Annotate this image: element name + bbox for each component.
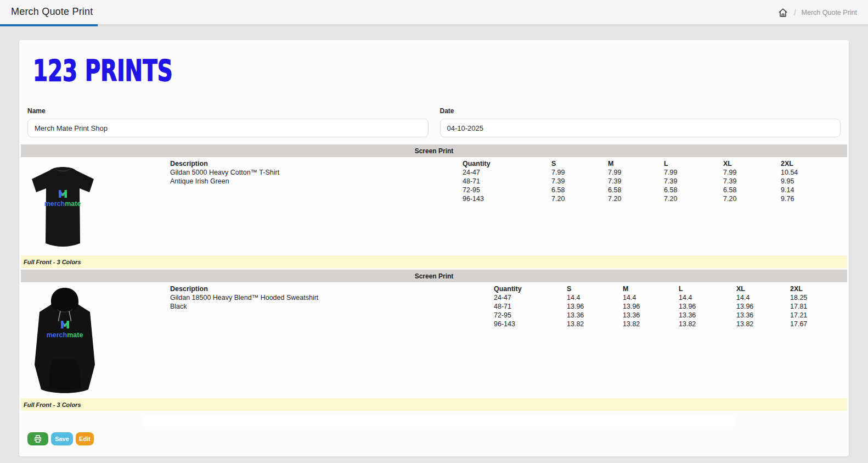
cell-quantity: 24-47 bbox=[463, 169, 551, 177]
col-header-m: M bbox=[608, 160, 664, 169]
table-row: Antique Irish Green 48-71 7.39 7.39 7.39… bbox=[170, 177, 847, 186]
product-image-hoodie: merchmate bbox=[21, 282, 170, 398]
quote-form: Name Date bbox=[27, 107, 841, 137]
cell-2xl: 10.54 bbox=[781, 169, 847, 177]
cell-m: 13.96 bbox=[623, 303, 679, 311]
col-header-l: L bbox=[664, 160, 723, 169]
header-divider bbox=[0, 24, 868, 26]
quote-section-hoodie: Screen Print merchmate bbox=[21, 270, 847, 411]
cell-quantity: 96-143 bbox=[463, 195, 551, 204]
cell-l: 14.4 bbox=[679, 294, 736, 303]
col-header-quantity: Quantity bbox=[463, 160, 551, 169]
quote-sections: Screen Print merchmate bbox=[21, 144, 847, 411]
table-row: 96-143 7.20 7.20 7.20 7.20 9.76 bbox=[170, 195, 847, 204]
cell-m: 7.99 bbox=[608, 169, 664, 177]
cell-xl: 6.58 bbox=[723, 186, 781, 195]
cell-xl: 13.82 bbox=[736, 320, 790, 329]
col-header-xl: XL bbox=[736, 285, 790, 294]
cell-2xl: 9.14 bbox=[781, 186, 847, 195]
product-image-tshirt: merchmate bbox=[21, 157, 170, 255]
cell-l: 6.58 bbox=[664, 186, 723, 195]
cell-m: 6.58 bbox=[608, 186, 664, 195]
cell-quantity: 96-143 bbox=[494, 320, 567, 329]
print-location-bar: Full Front - 3 Colors bbox=[21, 398, 847, 411]
cell-l: 7.39 bbox=[664, 177, 723, 186]
cell-quantity: 48-71 bbox=[463, 177, 551, 186]
cell-s: 7.39 bbox=[551, 177, 608, 186]
col-header-quantity: Quantity bbox=[494, 285, 567, 294]
print-location-bar: Full Front - 3 Colors bbox=[21, 255, 847, 268]
pricing-table-hoodie: Description Quantity S M L XL 2XL Gildan… bbox=[170, 285, 847, 329]
top-header-bar: Merch Quote Print / Merch Quote Print bbox=[0, 0, 868, 26]
cell-description: Gildan 5000 Heavy Cotton™ T-Shirt bbox=[170, 169, 463, 177]
empty-row-strip bbox=[143, 416, 735, 427]
breadcrumb-current: Merch Quote Print bbox=[802, 9, 857, 16]
cell-l: 13.36 bbox=[679, 311, 736, 320]
col-header-l: L bbox=[679, 285, 736, 294]
cell-description bbox=[170, 311, 494, 320]
table-row: 72-95 13.36 13.36 13.36 13.36 17.21 bbox=[170, 311, 847, 320]
cell-s: 6.58 bbox=[551, 186, 608, 195]
shirt-brand-text: merchmate bbox=[47, 331, 83, 339]
cell-quantity: 72-95 bbox=[494, 311, 567, 320]
save-button[interactable]: Save bbox=[51, 432, 73, 445]
cell-s: 13.36 bbox=[567, 311, 623, 320]
breadcrumb: / Merch Quote Print bbox=[777, 5, 857, 20]
col-header-2xl: 2XL bbox=[781, 160, 847, 169]
cell-l: 7.99 bbox=[664, 169, 723, 177]
cell-l: 13.96 bbox=[679, 303, 736, 311]
cell-s: 14.4 bbox=[567, 294, 623, 303]
date-field-group: Date bbox=[440, 107, 841, 137]
date-label: Date bbox=[440, 107, 841, 115]
cell-quantity: 72-95 bbox=[463, 186, 551, 195]
cell-xl: 13.96 bbox=[736, 303, 790, 311]
home-icon[interactable] bbox=[777, 7, 788, 18]
action-buttons: Save Edit bbox=[27, 432, 94, 445]
cell-s: 7.99 bbox=[551, 169, 608, 177]
cell-l: 7.20 bbox=[664, 195, 723, 204]
col-header-description: Description bbox=[170, 285, 494, 294]
cell-xl: 7.39 bbox=[723, 177, 781, 186]
cell-quantity: 48-71 bbox=[494, 303, 567, 311]
col-header-description: Description bbox=[170, 160, 463, 169]
section-title: Screen Print bbox=[21, 270, 847, 282]
cell-xl: 7.20 bbox=[723, 195, 781, 204]
col-header-xl: XL bbox=[723, 160, 781, 169]
col-header-s: S bbox=[567, 285, 623, 294]
cell-m: 14.4 bbox=[623, 294, 679, 303]
breadcrumb-separator: / bbox=[794, 8, 796, 17]
company-logo: 123 PRINTS bbox=[33, 54, 173, 87]
cell-m: 13.36 bbox=[623, 311, 679, 320]
print-button[interactable] bbox=[27, 432, 48, 445]
table-row: Black 48-71 13.96 13.96 13.96 13.96 17.8… bbox=[170, 303, 847, 311]
table-row: 96-143 13.82 13.82 13.82 13.82 17.67 bbox=[170, 320, 847, 329]
col-header-2xl: 2XL bbox=[790, 285, 847, 294]
cell-s: 13.82 bbox=[567, 320, 623, 329]
cell-m: 13.82 bbox=[623, 320, 679, 329]
cell-description bbox=[170, 186, 463, 195]
pricing-table-tshirt: Description Quantity S M L XL 2XL Gildan… bbox=[170, 160, 847, 204]
quote-card: 123 PRINTS Name Date Screen Print bbox=[19, 40, 849, 456]
page-title: Merch Quote Print bbox=[11, 6, 93, 18]
edit-button[interactable]: Edit bbox=[76, 432, 94, 445]
cell-2xl: 18.25 bbox=[790, 294, 847, 303]
cell-2xl: 17.67 bbox=[790, 320, 847, 329]
cell-description bbox=[170, 195, 463, 204]
cell-m: 7.20 bbox=[608, 195, 664, 204]
name-input[interactable] bbox=[27, 119, 429, 137]
table-row: Gildan 18500 Heavy Blend™ Hooded Sweatsh… bbox=[170, 294, 847, 303]
cell-s: 13.96 bbox=[567, 303, 623, 311]
cell-s: 7.20 bbox=[551, 195, 608, 204]
name-field-group: Name bbox=[27, 107, 429, 137]
quote-section-tshirt: Screen Print merchmate bbox=[21, 144, 847, 268]
cell-description bbox=[170, 320, 494, 329]
section-title: Screen Print bbox=[21, 144, 847, 157]
date-input[interactable] bbox=[440, 119, 841, 137]
cell-description: Black bbox=[170, 303, 494, 311]
cell-xl: 14.4 bbox=[736, 294, 790, 303]
cell-xl: 7.99 bbox=[723, 169, 781, 177]
table-row: Gildan 5000 Heavy Cotton™ T-Shirt 24-47 … bbox=[170, 169, 847, 177]
cell-2xl: 9.76 bbox=[781, 195, 847, 204]
cell-l: 13.82 bbox=[679, 320, 736, 329]
cell-description: Gildan 18500 Heavy Blend™ Hooded Sweatsh… bbox=[170, 294, 494, 303]
